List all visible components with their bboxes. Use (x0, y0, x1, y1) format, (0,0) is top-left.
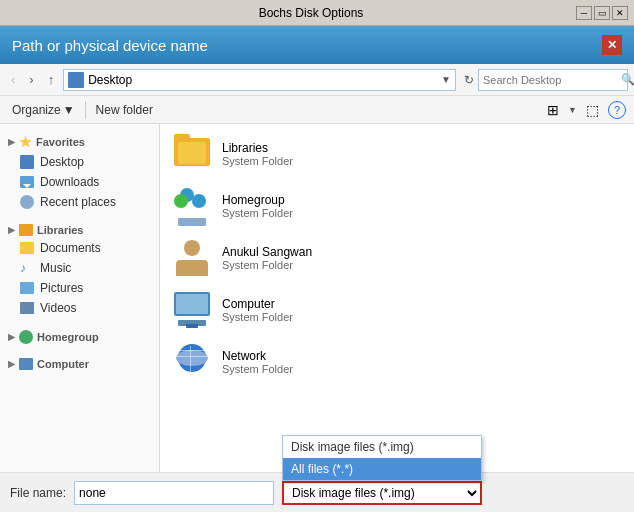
libraries-folder-icon (19, 224, 33, 236)
computer-section: ▶ Computer (0, 354, 159, 372)
homegroup-label: Homegroup (37, 331, 99, 343)
window-controls: ─ ▭ ✕ (576, 6, 628, 20)
file-grid: Libraries System Folder Homegroup System… (166, 130, 628, 386)
computer-chevron: ▶ (8, 359, 15, 369)
filetype-option-img[interactable]: Disk image files (*.img) (283, 436, 481, 458)
forward-button[interactable]: › (24, 69, 38, 90)
up-button[interactable]: ↑ (43, 69, 60, 90)
file-item-computer-info: Computer System Folder (222, 297, 293, 323)
address-bar: Desktop ▼ (63, 69, 456, 91)
homegroup-folder-icon (172, 186, 212, 226)
downloads-icon (20, 176, 34, 188)
bottom-bar: File name: Disk image files (*.img)All f… (0, 472, 634, 512)
favorites-header[interactable]: ▶ ★ Favorites (0, 130, 159, 152)
libraries-chevron: ▶ (8, 225, 15, 235)
filetype-select[interactable]: Disk image files (*.img)All files (*.*) (282, 481, 482, 505)
file-item-network[interactable]: Network System Folder (166, 338, 628, 386)
computer-label: Computer (37, 358, 89, 370)
file-item-homegroup[interactable]: Homegroup System Folder (166, 182, 628, 230)
favorites-star: ★ (19, 134, 32, 150)
sidebar-item-recent[interactable]: Recent places (0, 192, 159, 212)
sidebar-downloads-label: Downloads (40, 175, 99, 189)
sidebar: ▶ ★ Favorites Desktop Downloads Recent p… (0, 124, 160, 472)
file-item-network-type: System Folder (222, 363, 293, 375)
filename-input[interactable] (74, 481, 274, 505)
sidebar-pictures-label: Pictures (40, 281, 83, 295)
search-box: 🔍 (478, 69, 628, 91)
file-item-libraries[interactable]: Libraries System Folder (166, 130, 628, 178)
file-item-network-info: Network System Folder (222, 349, 293, 375)
file-item-computer-name: Computer (222, 297, 293, 311)
sidebar-item-music[interactable]: ♪ Music (0, 258, 159, 278)
sidebar-videos-label: Videos (40, 301, 76, 315)
organize-label: Organize (12, 103, 61, 117)
back-button[interactable]: ‹ (6, 69, 20, 90)
computer-icon (19, 358, 33, 370)
file-item-computer-type: System Folder (222, 311, 293, 323)
file-item-network-name: Network (222, 349, 293, 363)
file-item-person[interactable]: Anukul Sangwan System Folder (166, 234, 628, 282)
minimize-button[interactable]: ─ (576, 6, 592, 20)
sidebar-recent-label: Recent places (40, 195, 116, 209)
file-item-person-info: Anukul Sangwan System Folder (222, 245, 312, 271)
view-dropdown-icon: ▼ (568, 105, 577, 115)
main-area: ▶ ★ Favorites Desktop Downloads Recent p… (0, 124, 634, 472)
favorites-label: Favorites (36, 136, 85, 148)
view-toggle-button[interactable]: ⊞ (542, 99, 564, 121)
filetype-dropdown: Disk image files (*.img) All files (*.*) (282, 435, 482, 481)
restore-button[interactable]: ▭ (594, 6, 610, 20)
location-icon (68, 72, 84, 88)
toolbar-right: ⊞ ▼ ⬚ ? (542, 99, 626, 121)
sidebar-item-documents[interactable]: Documents (0, 238, 159, 258)
file-item-computer[interactable]: Computer System Folder (166, 286, 628, 334)
toolbar: Organize ▼ New folder ⊞ ▼ ⬚ ? (0, 96, 634, 124)
favorites-section: ▶ ★ Favorites Desktop Downloads Recent p… (0, 130, 159, 212)
person-folder-icon (172, 238, 212, 278)
search-input[interactable] (483, 74, 621, 86)
filename-label: File name: (10, 486, 66, 500)
sidebar-documents-label: Documents (40, 241, 101, 255)
filetype-option-all[interactable]: All files (*.*) (283, 458, 481, 480)
preview-pane-button[interactable]: ⬚ (581, 99, 604, 121)
homegroup-header[interactable]: ▶ Homegroup (0, 326, 159, 346)
recent-icon (20, 195, 34, 209)
music-icon: ♪ (20, 261, 34, 275)
file-item-libraries-type: System Folder (222, 155, 293, 167)
homegroup-section: ▶ Homegroup (0, 326, 159, 346)
favorites-chevron: ▶ (8, 137, 15, 147)
new-folder-label: New folder (96, 103, 153, 117)
sidebar-item-desktop[interactable]: Desktop (0, 152, 159, 172)
sidebar-item-videos[interactable]: Videos (0, 298, 159, 318)
sidebar-item-downloads[interactable]: Downloads (0, 172, 159, 192)
file-list: Libraries System Folder Homegroup System… (160, 124, 634, 472)
search-icon: 🔍 (621, 73, 634, 86)
libraries-header[interactable]: ▶ Libraries (0, 220, 159, 238)
dialog-close-button[interactable]: ✕ (602, 35, 622, 55)
refresh-button[interactable]: ↻ (464, 73, 474, 87)
new-folder-button[interactable]: New folder (92, 101, 157, 119)
libraries-folder-icon (172, 134, 212, 174)
organize-button[interactable]: Organize ▼ (8, 101, 79, 119)
help-button[interactable]: ? (608, 101, 626, 119)
pictures-icon (20, 282, 34, 294)
dialog-header: Path or physical device name ✕ (0, 26, 634, 64)
homegroup-chevron: ▶ (8, 332, 15, 342)
file-item-homegroup-info: Homegroup System Folder (222, 193, 293, 219)
address-dropdown-button[interactable]: ▼ (441, 74, 451, 85)
address-text: Desktop (88, 73, 441, 87)
computer-header[interactable]: ▶ Computer (0, 354, 159, 372)
window-title: Bochs Disk Options (46, 6, 576, 20)
dialog-title: Path or physical device name (12, 37, 208, 54)
title-bar: Bochs Disk Options ─ ▭ ✕ (0, 0, 634, 26)
file-item-homegroup-type: System Folder (222, 207, 293, 219)
file-item-libraries-name: Libraries (222, 141, 293, 155)
nav-bar: ‹ › ↑ Desktop ▼ ↻ 🔍 (0, 64, 634, 96)
organize-dropdown-icon: ▼ (63, 103, 75, 117)
sidebar-item-pictures[interactable]: Pictures (0, 278, 159, 298)
close-button[interactable]: ✕ (612, 6, 628, 20)
libraries-label: Libraries (37, 224, 83, 236)
file-item-homegroup-name: Homegroup (222, 193, 293, 207)
documents-icon (20, 242, 34, 254)
file-item-person-type: System Folder (222, 259, 312, 271)
sidebar-music-label: Music (40, 261, 71, 275)
